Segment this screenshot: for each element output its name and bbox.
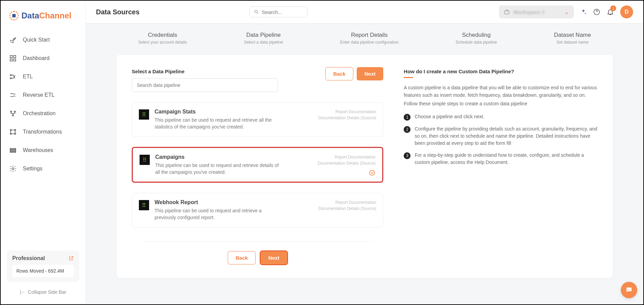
logo-text-channel: Channel — [39, 11, 71, 20]
pipeline-search-input[interactable] — [137, 82, 273, 88]
chevron-down-icon: ⌄ — [564, 8, 569, 16]
next-button-bottom[interactable]: Next — [260, 251, 287, 264]
plan-name: Professional — [12, 255, 45, 261]
search-icon — [254, 9, 259, 15]
sidebar-item-etl[interactable]: ETL — [1, 67, 85, 86]
search-input[interactable] — [262, 9, 303, 15]
help-paragraph-1: A custom pipeline is a data pipeline tha… — [404, 84, 597, 99]
nav: Quick Start Dashboard ETL Reverse ETL Or… — [1, 31, 85, 250]
next-button-top[interactable]: Next — [357, 67, 384, 80]
svg-point-7 — [11, 111, 12, 112]
help-icon[interactable] — [593, 8, 600, 16]
pipeline-card-campaign-stats[interactable]: ⠿ Campaign Stats This pipeline can be us… — [132, 102, 383, 137]
pipeline-search[interactable] — [132, 78, 278, 92]
divider — [142, 241, 373, 242]
topbar: Data Sources Workspace 1 ⌄ 1 — [86, 1, 643, 24]
back-button-top[interactable]: Back — [325, 67, 353, 80]
pipeline-card-webhook-report[interactable]: ⠿ Webhook Report This pipeline can be us… — [132, 193, 383, 227]
notification-badge: 1 — [610, 5, 616, 11]
report-doc-link[interactable]: Report Documentation — [318, 199, 376, 205]
sidebar-item-transformations[interactable]: Transformations — [1, 123, 85, 141]
warehouses-icon — [9, 147, 17, 154]
logo-text-data: Data — [21, 11, 39, 20]
step-number: 1 — [404, 114, 410, 121]
step-data-pipeline[interactable]: Data Pipeline Select a data pipeline — [244, 32, 283, 45]
workspace-label: Workspace 1 — [513, 9, 561, 15]
svg-point-18 — [255, 10, 257, 13]
sidebar-item-label: Quick Start — [23, 37, 50, 43]
pipeline-title: Campaigns — [155, 154, 312, 160]
pipeline-title: Campaign Stats — [155, 109, 313, 115]
sidebar-item-label: Reverse ETL — [23, 92, 54, 98]
pipeline-desc: This pipeline can be used to request and… — [155, 117, 280, 130]
report-doc-link[interactable]: Report Documentation — [318, 109, 376, 115]
plan-rows: Rows Moved - 692.4M — [12, 265, 74, 277]
transformations-icon — [9, 128, 17, 136]
svg-rect-19 — [504, 11, 509, 14]
stepper: Credentials Select your account details … — [96, 24, 633, 48]
sidebar-item-label: Settings — [23, 166, 43, 172]
svg-point-9 — [12, 115, 14, 116]
check-circle-icon — [369, 169, 375, 176]
sidebar-item-label: ETL — [23, 74, 33, 80]
chat-bubble[interactable] — [621, 282, 637, 298]
svg-point-5 — [10, 75, 12, 76]
sidebar-item-settings[interactable]: Settings — [1, 159, 85, 178]
pipeline-card-campaigns[interactable]: ⠿ Campaigns This pipeline can be used to… — [132, 147, 383, 183]
collapse-sidebar-button[interactable]: |← Collapse Side Bar — [7, 287, 79, 298]
help-title: How do I create a new Custom Data Pipeli… — [404, 68, 597, 74]
doc-details-link[interactable]: Documentation Details (Source) — [318, 115, 376, 121]
etl-icon — [9, 73, 17, 80]
avatar[interactable]: D — [620, 5, 633, 18]
briefcase-icon — [504, 9, 510, 15]
help-step-3: 3 For a step-by-step guide to understand… — [404, 152, 597, 166]
page-title: Data Sources — [96, 8, 140, 16]
step-number: 2 — [404, 126, 410, 133]
pipeline-icon: ⠿ — [140, 155, 150, 165]
step-number: 3 — [404, 152, 410, 159]
logo-icon — [9, 11, 19, 20]
step-dataset-name[interactable]: Dataset Name Set dataset name — [554, 32, 591, 45]
svg-point-21 — [370, 170, 375, 176]
svg-point-22 — [628, 289, 628, 290]
logo[interactable]: DataChannel — [1, 7, 85, 31]
plan-card: Professional Rows Moved - 692.4M — [7, 250, 79, 282]
sidebar-item-warehouses[interactable]: Warehouses — [1, 141, 85, 159]
doc-details-link[interactable]: Documentation Details (Source) — [318, 205, 376, 212]
pipeline-icon: ⠿ — [139, 200, 149, 210]
sparkle-icon[interactable] — [580, 9, 587, 15]
external-link-icon[interactable] — [68, 256, 74, 261]
sidebar-item-quick-start[interactable]: Quick Start — [1, 31, 85, 49]
reverse-etl-icon — [9, 91, 17, 99]
svg-rect-2 — [14, 56, 16, 58]
sidebar-item-reverse-etl[interactable]: Reverse ETL — [1, 86, 85, 104]
svg-rect-14 — [10, 149, 16, 150]
report-doc-link[interactable]: Report Documentation — [318, 154, 375, 160]
svg-point-12 — [10, 133, 12, 135]
workspace-selector[interactable]: Workspace 1 ⌄ — [499, 5, 574, 18]
svg-rect-16 — [10, 152, 16, 153]
pipeline-title: Webhook Report — [155, 199, 313, 205]
doc-details-link[interactable]: Documentation Details (Source) — [318, 160, 375, 166]
svg-point-10 — [10, 129, 12, 131]
dashboard-icon — [9, 55, 17, 62]
svg-rect-1 — [10, 56, 12, 58]
sidebar-item-dashboard[interactable]: Dashboard — [1, 49, 85, 67]
notifications-button[interactable]: 1 — [607, 8, 614, 16]
collapse-icon: |← — [20, 289, 26, 295]
step-report-details[interactable]: Report Details Enter data pipeline confi… — [340, 32, 399, 45]
step-credentials[interactable]: Credentials Select your account details — [138, 32, 187, 45]
panel: Select a Data Pipeline Back Next — [116, 55, 613, 278]
chat-icon — [625, 286, 633, 294]
section-title: Select a Data Pipeline — [132, 68, 278, 74]
back-button-bottom[interactable]: Back — [228, 251, 256, 264]
global-search[interactable] — [249, 6, 307, 17]
collapse-label: Collapse Side Bar — [28, 289, 66, 295]
step-scheduling[interactable]: Scheduling Schedule data pipeline — [456, 32, 497, 45]
orchestration-icon — [9, 110, 17, 117]
sidebar-item-orchestration[interactable]: Orchestration — [1, 104, 85, 123]
sidebar-item-label: Transformations — [23, 129, 62, 135]
sidebar: DataChannel Quick Start Dashboard ETL Re… — [1, 1, 86, 304]
rocket-icon — [9, 36, 17, 44]
svg-point-23 — [629, 289, 629, 290]
